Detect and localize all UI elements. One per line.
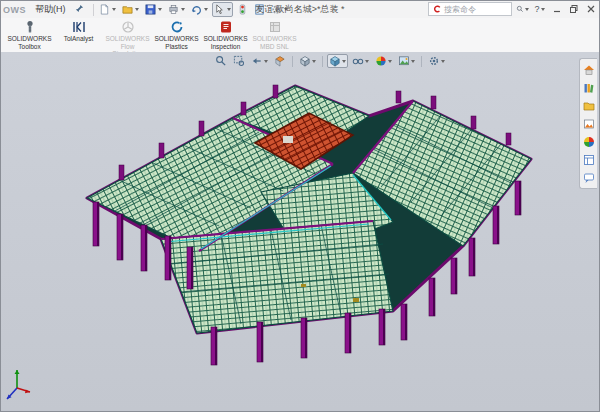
chevron-down-icon <box>541 8 545 11</box>
print-button[interactable] <box>166 2 187 17</box>
addin-label-line: SOLIDWORKS <box>203 35 247 42</box>
solidworks-window: OWS 帮助(H) <box>0 0 600 412</box>
divider <box>292 56 293 67</box>
chevron-down-icon <box>112 8 116 11</box>
help-glyph: ? <box>534 4 539 14</box>
view-settings-button[interactable] <box>426 54 447 68</box>
appearances-tab[interactable] <box>582 135 595 148</box>
open-button[interactable] <box>120 2 141 17</box>
chevron-down-icon <box>365 60 369 63</box>
minimize-button[interactable] <box>550 3 563 16</box>
undo-button[interactable] <box>189 2 210 17</box>
solidworks-search-logo-icon <box>433 5 441 13</box>
pin-icon[interactable] <box>75 4 84 15</box>
heads-up-toolbar <box>213 54 447 68</box>
mbd-icon <box>268 20 282 34</box>
solidworks-logo-partial: OWS <box>3 5 26 15</box>
addin-label-line: Inspection <box>211 43 241 50</box>
chevron-down-icon <box>264 60 268 63</box>
chevron-down-icon <box>227 8 231 11</box>
home-tab[interactable] <box>582 63 595 76</box>
tolanalyst-icon <box>72 20 86 34</box>
chevron-down-icon <box>135 8 139 11</box>
menu-bar: OWS 帮助(H) <box>1 2 97 17</box>
model-3d[interactable] <box>1 52 600 412</box>
reference-triad <box>7 370 30 399</box>
previous-view-button[interactable] <box>249 54 270 68</box>
apply-scene-button[interactable] <box>396 54 417 68</box>
options-button[interactable] <box>269 2 290 17</box>
chevron-down-icon <box>441 60 445 63</box>
chevron-down-icon <box>284 8 288 11</box>
addin-label-line: SOLIDWORKS <box>7 35 51 42</box>
chevron-down-icon <box>525 8 529 11</box>
forum-tab[interactable] <box>582 171 595 184</box>
file-properties-button[interactable] <box>252 2 267 17</box>
select-button[interactable] <box>212 2 233 17</box>
divider <box>93 4 94 16</box>
addin-label-line: SOLIDWORKS <box>105 35 149 42</box>
quick-access-toolbar <box>97 2 290 17</box>
addin-inspection-button[interactable]: SOLIDWORKS Inspection <box>201 18 250 50</box>
search-placeholder: 搜索命令 <box>444 4 476 15</box>
addin-label-line: Plastics <box>165 43 187 50</box>
addin-solidworks-toolbox-button[interactable]: SOLIDWORKS Toolbox <box>5 18 54 50</box>
flow-simulation-icon <box>121 20 135 34</box>
graphics-viewport[interactable] <box>1 52 599 411</box>
save-button[interactable] <box>143 2 164 17</box>
chevron-down-icon <box>411 60 415 63</box>
hide-show-items-button[interactable] <box>350 54 371 68</box>
menu-help[interactable]: 帮助(H) <box>32 2 69 17</box>
chevron-down-icon <box>204 8 208 11</box>
addin-label-line: SOLIDWORKS <box>252 35 296 42</box>
divider <box>421 56 422 67</box>
chevron-down-icon <box>342 60 346 63</box>
addin-label-line: SOLIDWORKS <box>154 35 198 42</box>
task-pane-tab-strip <box>579 58 597 189</box>
inspection-doc-icon <box>219 20 233 34</box>
view-palette-tab[interactable] <box>582 117 595 130</box>
restore-button[interactable] <box>567 3 580 16</box>
divider <box>322 56 323 67</box>
search-options-button[interactable] <box>516 3 529 16</box>
addin-label-line: Flow <box>121 43 135 50</box>
chevron-down-icon <box>158 8 162 11</box>
help-button[interactable]: ? <box>533 3 546 16</box>
command-manager-addins-toolbar: SOLIDWORKS Toolbox TolAnalyst SOLIDWORKS… <box>1 18 599 53</box>
plastics-swirl-icon <box>170 20 184 34</box>
chevron-down-icon <box>312 60 316 63</box>
addin-label-line: Toolbox <box>18 43 40 50</box>
title-bar: OWS 帮助(H) <box>1 1 599 19</box>
zoom-area-button[interactable] <box>231 54 247 68</box>
close-button[interactable] <box>584 3 597 16</box>
edit-appearance-button[interactable] <box>373 54 394 68</box>
addin-label-line: MBD SNL <box>260 43 289 50</box>
zoom-fit-button[interactable] <box>213 54 229 68</box>
search-input[interactable]: 搜索命令 <box>428 2 512 16</box>
addin-mbd-snl-button[interactable]: SOLIDWORKS MBD SNL <box>250 18 299 50</box>
toolbox-screw-icon <box>23 20 37 34</box>
chevron-down-icon <box>181 8 185 11</box>
custom-properties-tab[interactable] <box>582 153 595 166</box>
addin-plastics-button[interactable]: SOLIDWORKS Plastics <box>152 18 201 50</box>
rebuild-button[interactable] <box>235 2 250 17</box>
file-explorer-tab[interactable] <box>582 99 595 112</box>
addin-label-line: TolAnalyst <box>64 35 94 42</box>
new-document-button[interactable] <box>97 2 118 17</box>
addin-tolanalyst-button[interactable]: TolAnalyst <box>54 18 103 43</box>
section-view-button[interactable] <box>272 54 288 68</box>
chevron-down-icon <box>388 60 392 63</box>
view-orientation-button[interactable] <box>297 54 318 68</box>
display-style-button[interactable] <box>327 54 348 68</box>
design-library-tab[interactable] <box>582 81 595 94</box>
